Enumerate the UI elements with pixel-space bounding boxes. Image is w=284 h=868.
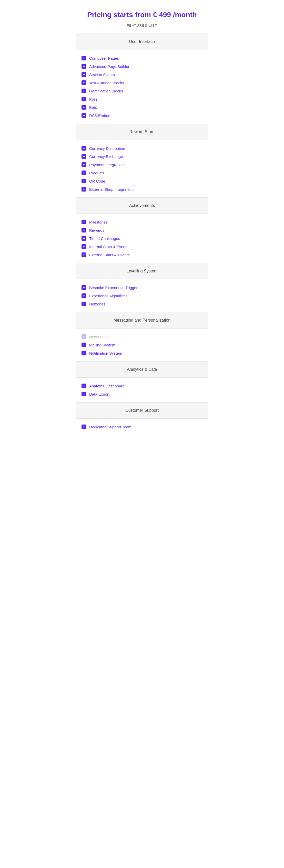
feature-label: Notification System [89,351,122,355]
feature-label: Composer Pages [89,56,119,60]
list-item[interactable]: +Text & Image Blocks [82,79,202,87]
section-header-user-interface: User Interface [76,34,208,50]
plus-icon: + [82,154,86,159]
list-item[interactable]: +Gamification Blocks [82,87,202,95]
section-items-customer-support: +Dedicated Support Team [76,418,208,435]
plus-icon: + [82,56,86,60]
section-header-analytics-data: Analytics & Data [76,362,208,378]
list-item[interactable]: +RSS Embed [82,112,202,120]
plus-icon: + [82,244,86,249]
plus-icon: + [82,64,86,69]
list-item[interactable]: +Rewards [82,226,202,234]
list-item[interactable]: +Analytics Dashboard [82,382,202,390]
feature-label: Currency Exchange [89,154,123,159]
list-item[interactable]: +Dedicated Support Team [82,423,202,431]
feature-label: Internal Stats & Events [89,245,129,249]
section-header-reward-store: Reward Store [76,124,208,140]
plus-icon: + [82,179,86,183]
section-items-messaging-personalization: +News Posts+Mailing System+Notification … [76,329,208,362]
plus-icon: + [82,162,86,167]
feature-label: Milestones [89,220,108,224]
feature-label: Section Sliders [89,72,115,77]
plus-icon: + [82,146,86,151]
section-header-messaging-personalization: Messaging and Personalization [76,312,208,329]
plus-icon: + [82,170,86,175]
feature-label: Bets [89,105,97,110]
plus-icon: + [82,81,86,85]
plus-icon: + [82,105,86,110]
list-item[interactable]: +Products [82,169,202,177]
list-item[interactable]: +QR Code [82,177,202,185]
list-item[interactable]: +Timed Challenges [82,234,202,243]
feature-label: Data Export [89,392,109,396]
section-items-achievements: +Milestones+Rewards+Timed Challenges+Int… [76,214,208,263]
list-item[interactable]: +News Posts [82,333,202,341]
list-item[interactable]: +Polls [82,95,202,103]
feature-label: Products [89,171,104,175]
plus-icon: + [82,187,86,191]
feature-label: Hotzones [89,302,105,306]
list-item[interactable]: +Bespoke Experience Triggers [82,283,202,292]
list-item[interactable]: +Payment Integration [82,160,202,169]
feature-label: Polls [89,97,98,101]
list-item[interactable]: +Internal Stats & Events [82,243,202,251]
plus-icon: + [82,343,86,347]
section-items-levelling-system: +Bespoke Experience Triggers+Experience … [76,279,208,312]
list-item[interactable]: +Composer Pages [82,54,202,62]
list-item[interactable]: +External Shop Integration [82,185,202,193]
plus-icon: + [82,97,86,101]
features-label: FEATURES LIST [76,24,208,27]
plus-icon: + [82,383,86,388]
plus-icon: + [82,425,86,429]
feature-label: Analytics Dashboard [89,384,124,388]
page-title: Pricing starts from € 499 /month [76,10,208,20]
section-header-achievements: Achievements [76,198,208,214]
plus-icon: + [82,113,86,118]
section-header-levelling-system: Levelling System [76,263,208,279]
plus-icon: + [82,285,86,290]
plus-icon: + [82,72,86,77]
list-item[interactable]: +Currency Exchange [82,152,202,160]
feature-label: Rewards [89,228,104,232]
feature-label: External Shop Integration [89,187,133,191]
list-item[interactable]: +Currency Distribution [82,144,202,152]
plus-icon: + [82,334,86,339]
plus-icon: + [82,252,86,257]
list-item[interactable]: +Advanced Page Builder [82,62,202,70]
list-item[interactable]: +Hotzones [82,300,202,308]
plus-icon: + [82,351,86,355]
feature-label: Currency Distribution [89,146,125,151]
plus-icon: + [82,293,86,298]
feature-label: Text & Image Blocks [89,81,124,85]
plus-icon: + [82,392,86,396]
list-item[interactable]: +External Stats & Events [82,251,202,259]
feature-label: Timed Challenges [89,236,120,241]
features-container: User Interface+Composer Pages+Advanced P… [76,34,208,435]
feature-label: External Stats & Events [89,253,130,257]
feature-label: News Posts [89,335,109,339]
feature-label: RSS Embed [89,114,111,118]
section-header-customer-support: Customer Support [76,403,208,418]
list-item[interactable]: +Bets [82,103,202,112]
section-items-reward-store: +Currency Distribution+Currency Exchange… [76,140,208,198]
section-items-user-interface: +Composer Pages+Advanced Page Builder+Se… [76,50,208,124]
feature-label: Bespoke Experience Triggers [89,285,139,290]
feature-label: Mailing System [89,343,115,347]
feature-label: Gamification Blocks [89,89,123,93]
plus-icon: + [82,89,86,93]
feature-label: Dedicated Support Team [89,425,132,429]
plus-icon: + [82,236,86,241]
feature-label: QR Code [89,179,105,183]
plus-icon: + [82,228,86,232]
list-item[interactable]: +Section Sliders [82,70,202,79]
feature-label: Payment Integration [89,163,123,167]
list-item[interactable]: +Notification System [82,349,202,357]
section-items-analytics-data: +Analytics Dashboard+Data Export [76,378,208,403]
plus-icon: + [82,220,86,224]
list-item[interactable]: +Milestones [82,218,202,226]
feature-label: Experience Algorithms [89,294,127,298]
list-item[interactable]: +Mailing System [82,341,202,349]
list-item[interactable]: +Experience Algorithms [82,292,202,300]
feature-label: Advanced Page Builder [89,64,130,69]
list-item[interactable]: +Data Export [82,390,202,398]
